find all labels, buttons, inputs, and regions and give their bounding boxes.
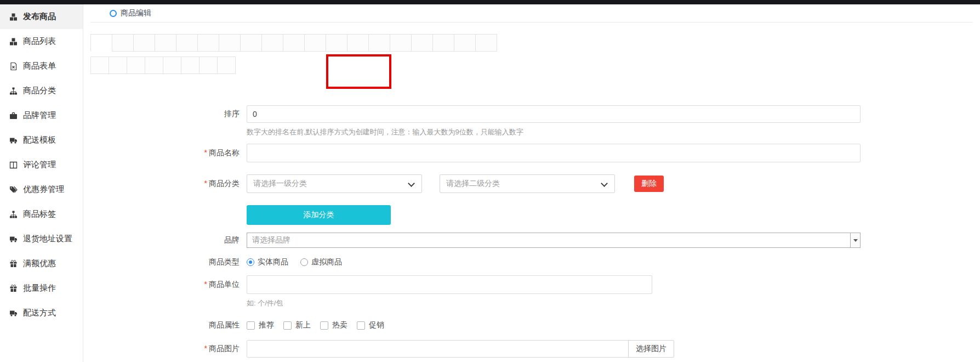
- primary-tab[interactable]: [454, 34, 476, 52]
- sidebar-item-label: 配送方式: [23, 308, 56, 318]
- sidebar-item-label: 评论管理: [23, 160, 56, 170]
- chevron-down-icon: [601, 180, 608, 187]
- secondary-tab[interactable]: [217, 56, 236, 74]
- file-x-icon: [9, 62, 18, 70]
- image-label: 商品图片: [209, 344, 240, 353]
- brand-label: 品牌: [84, 235, 247, 245]
- sidebar-item-label: 配送模板: [23, 135, 56, 145]
- product-type-radio[interactable]: 实体商品: [247, 257, 288, 267]
- secondary-tab[interactable]: [109, 56, 127, 74]
- product-name-label: 商品名称: [209, 148, 240, 157]
- checkbox-icon: [247, 321, 255, 330]
- sort-input[interactable]: [247, 105, 861, 123]
- primary-tab[interactable]: [304, 34, 326, 52]
- chevron-down-icon: [408, 180, 415, 187]
- attribute-checkbox[interactable]: 推荐: [247, 320, 274, 330]
- sort-row: 排序: [84, 105, 861, 123]
- primary-tab[interactable]: [283, 34, 305, 52]
- primary-tab[interactable]: [112, 34, 134, 52]
- sidebar-item-label: 优惠券管理: [23, 184, 64, 195]
- primary-tab[interactable]: [176, 34, 198, 52]
- category-level1-select[interactable]: 请选择一级分类: [247, 174, 422, 193]
- sidebar-item[interactable]: 商品标签: [0, 202, 83, 227]
- add-category-button[interactable]: 添加分类: [247, 205, 391, 225]
- sidebar-item[interactable]: 品牌管理: [0, 103, 83, 128]
- required-asterisk: *: [204, 344, 207, 353]
- secondary-tab[interactable]: [199, 56, 218, 74]
- product-type-row: 商品类型 实体商品 虚拟商品: [84, 257, 354, 267]
- cubes-icon: [9, 13, 18, 21]
- columns-icon: [9, 161, 18, 169]
- secondary-tab[interactable]: [90, 56, 109, 74]
- category-row: *商品分类 请选择一级分类 请选择二级分类 删除: [84, 174, 664, 193]
- primary-tab[interactable]: [133, 34, 155, 52]
- image-row: *商品图片 选择图片: [84, 340, 674, 358]
- circle-icon: [110, 10, 117, 17]
- page-title: 商品编辑: [121, 8, 151, 18]
- sidebar-item[interactable]: 批量操作: [0, 276, 83, 301]
- product-type-radio[interactable]: 虚拟商品: [300, 257, 342, 267]
- category-level2-select[interactable]: 请选择二级分类: [440, 174, 615, 193]
- sidebar-item[interactable]: 配送模板: [0, 128, 83, 152]
- sidebar-item[interactable]: 商品分类: [0, 78, 83, 103]
- primary-tab[interactable]: [432, 34, 454, 52]
- image-path-input[interactable]: [247, 340, 629, 358]
- sidebar-item[interactable]: 评论管理: [0, 152, 83, 177]
- sidebar-item[interactable]: 满额优惠: [0, 251, 83, 276]
- delete-category-button[interactable]: 删除: [634, 176, 664, 192]
- primary-tab-bar: [91, 34, 497, 52]
- attributes-row: 商品属性 推荐 新上 热卖 促: [84, 320, 394, 330]
- product-name-input[interactable]: [247, 144, 861, 162]
- primary-tab[interactable]: [390, 34, 412, 52]
- primary-tab[interactable]: [261, 34, 283, 52]
- primary-tab[interactable]: [219, 34, 241, 52]
- brand-select[interactable]: 请选择品牌: [247, 233, 861, 248]
- secondary-tab[interactable]: [127, 56, 145, 74]
- secondary-tab[interactable]: [181, 56, 200, 74]
- sidebar-item[interactable]: 商品表单: [0, 54, 83, 78]
- sidebar-item[interactable]: 商品列表: [0, 29, 83, 54]
- radio-icon: [300, 258, 308, 266]
- sidebar-item[interactable]: 优惠券管理: [0, 177, 83, 202]
- primary-tab[interactable]: [240, 34, 262, 52]
- primary-tab[interactable]: [326, 34, 347, 52]
- sidebar-item[interactable]: 退货地址设置: [0, 227, 83, 251]
- sidebar-item-label: 退货地址设置: [23, 234, 72, 244]
- select-arrow-icon[interactable]: [850, 233, 860, 247]
- sidebar-item-label: 批量操作: [23, 283, 56, 293]
- sidebar-item-label: 商品表单: [23, 61, 56, 71]
- sitemap-icon: [9, 87, 18, 95]
- sidebar-item[interactable]: 发布商品: [0, 4, 83, 29]
- checkbox-icon: [320, 321, 328, 330]
- sitemap-icon: [9, 210, 18, 218]
- choose-image-button[interactable]: 选择图片: [628, 340, 674, 358]
- primary-tab[interactable]: [368, 34, 390, 52]
- primary-tab[interactable]: [197, 34, 219, 52]
- product-type-label: 商品类型: [84, 257, 247, 267]
- sidebar-item-label: 商品标签: [23, 209, 56, 219]
- attribute-checkbox[interactable]: 热卖: [320, 320, 347, 330]
- primary-tab[interactable]: [347, 34, 369, 52]
- secondary-tab[interactable]: [145, 56, 163, 74]
- add-category-row: 添加分类: [84, 205, 391, 225]
- sidebar-item-label: 发布商品: [23, 12, 56, 22]
- primary-tab[interactable]: [411, 34, 433, 52]
- product-name-row: *商品名称: [84, 144, 861, 162]
- sidebar-item-label: 满额优惠: [23, 258, 56, 269]
- attribute-checkbox[interactable]: 促销: [357, 320, 384, 330]
- primary-tab[interactable]: [155, 34, 176, 52]
- gift-icon: [9, 259, 18, 268]
- required-asterisk: *: [204, 179, 207, 188]
- unit-input[interactable]: [247, 275, 652, 294]
- unit-label: 商品单位: [209, 280, 240, 289]
- attributes-label: 商品属性: [84, 320, 247, 330]
- truck-icon: [9, 235, 18, 243]
- attribute-checkbox[interactable]: 新上: [283, 320, 311, 330]
- primary-tab[interactable]: [90, 34, 112, 52]
- secondary-tab[interactable]: [163, 56, 181, 74]
- cubes-icon: [9, 37, 18, 46]
- page-header: 商品编辑: [90, 4, 973, 22]
- sidebar-item[interactable]: 配送方式: [0, 301, 83, 325]
- primary-tab[interactable]: [475, 34, 497, 52]
- required-asterisk: *: [204, 148, 207, 157]
